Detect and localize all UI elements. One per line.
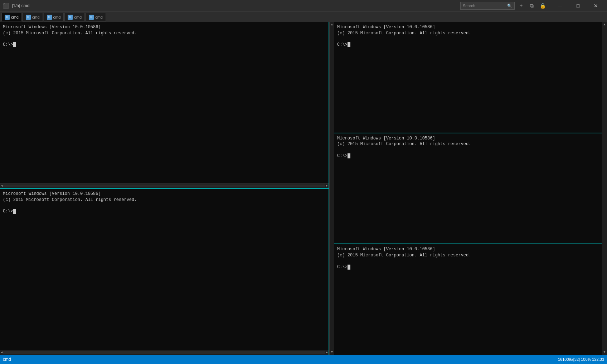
terminal-area: Microsoft Windows [Version 10.0.10586] (… [0, 22, 607, 355]
scroll-right-arrow[interactable]: ▶ [326, 184, 328, 188]
tab-icon-5: C [89, 15, 94, 20]
top-right-upper-line1: Microsoft Windows [Version 10.0.10586] [337, 24, 599, 30]
top-right-upper-blank [337, 36, 599, 43]
pane-bottom-right[interactable]: Microsoft Windows [Version 10.0.10586] (… [334, 244, 602, 355]
bottom-left-line1: Microsoft Windows [Version 10.0.10586] [3, 191, 326, 197]
tab-icon-3: C [47, 15, 52, 20]
bottom-left-prompt: C:\> [3, 209, 326, 214]
right-vertical-scrollbar[interactable]: ▲ ▼ [602, 22, 607, 355]
scroll-left-arrow[interactable]: ◀ [1, 184, 3, 188]
status-left-text: cmd [3, 357, 11, 362]
bottom-left-prompt-text: C:\> [3, 209, 13, 214]
bottom-right-line2: (c) 2015 Microsoft Corporation. All righ… [337, 252, 599, 259]
new-tab-button[interactable]: ＋ [516, 1, 526, 11]
scroll-left-bot-track [3, 351, 325, 354]
minimize-button[interactable]: ─ [552, 0, 568, 11]
search-icon: 🔍 [507, 4, 512, 8]
scroll-down-arrow-left[interactable]: ▼ [331, 350, 333, 354]
tab-4[interactable]: C cmd [64, 13, 85, 21]
cursor-top-left [13, 42, 16, 47]
scroll-up-arrow-left[interactable]: ▲ [331, 23, 333, 26]
top-right-lower-prompt: C:\> [337, 153, 599, 158]
close-button[interactable]: ✕ [588, 0, 604, 11]
scroll-right-bot-arrow[interactable]: ▶ [326, 350, 328, 354]
scroll-left-track [3, 185, 325, 187]
pane-bottom-left[interactable]: Microsoft Windows [Version 10.0.10586] (… [0, 188, 329, 350]
tab-icon-2: C [26, 15, 31, 20]
scroll-down-arrow-right[interactable]: ▼ [603, 350, 605, 354]
scroll-left-bot-arrow[interactable]: ◀ [1, 350, 3, 354]
left-bottom-scrollbar-h[interactable]: ◀ ▶ [0, 350, 329, 355]
tab-label-4: cmd [74, 15, 82, 19]
bottom-right-prompt: C:\> [337, 265, 599, 270]
top-right-lower-blank [337, 147, 599, 153]
search-box: 🔍 [460, 2, 515, 10]
left-pane-wrapper: Microsoft Windows [Version 10.0.10586] (… [0, 22, 329, 355]
top-left-prompt: C:\> [3, 42, 326, 47]
pane-top-left[interactable]: Microsoft Windows [Version 10.0.10586] (… [0, 22, 329, 183]
tab-5[interactable]: C cmd [86, 13, 106, 21]
search-input[interactable] [463, 4, 506, 8]
left-top-scrollbar-h[interactable]: ◀ ▶ [0, 183, 329, 188]
top-left-line2: (c) 2015 Microsoft Corporation. All righ… [3, 30, 326, 36]
tab-bar: C cmd C cmd C cmd C cmd C cmd [0, 11, 607, 22]
bottom-right-line1: Microsoft Windows [Version 10.0.10586] [337, 246, 599, 252]
top-left-line1: Microsoft Windows [Version 10.0.10586] [3, 24, 326, 30]
top-right-lower-line2: (c) 2015 Microsoft Corporation. All righ… [337, 141, 599, 147]
tab-label-5: cmd [95, 15, 103, 19]
lock-button[interactable]: 🔒 [538, 1, 548, 11]
left-vertical-scrollbar[interactable]: ▲ ▼ [329, 22, 334, 355]
cursor-top-right-upper [348, 42, 350, 47]
pane-top-right-upper[interactable]: Microsoft Windows [Version 10.0.10586] (… [334, 22, 602, 133]
cursor-bottom-left [13, 209, 16, 214]
tab-label-3: cmd [53, 15, 61, 19]
top-right-lower-line1: Microsoft Windows [Version 10.0.10586] [337, 136, 599, 142]
scroll-up-arrow-right[interactable]: ▲ [603, 23, 605, 26]
bottom-left-line2: (c) 2015 Microsoft Corporation. All righ… [3, 197, 326, 203]
cursor-bottom-right [348, 265, 350, 270]
status-right-text: 161009a[32] 100% 122:33 [558, 357, 604, 361]
right-content: Microsoft Windows [Version 10.0.10586] (… [334, 22, 607, 355]
title-bar: ⬛ [1/5] cmd 🔍 ＋ ⧉ 🔒 ─ □ ✕ [0, 0, 607, 11]
tab-2[interactable]: C cmd [23, 13, 43, 21]
top-left-prompt-text: C:\> [3, 42, 13, 47]
tab-icon-4: C [68, 15, 73, 20]
cursor-top-right-lower [348, 153, 350, 158]
top-right-lower-prompt-text: C:\> [337, 153, 348, 158]
tab-3[interactable]: C cmd [44, 13, 64, 21]
maximize-button[interactable]: □ [570, 0, 586, 11]
top-left-blank [3, 36, 326, 43]
tab-1[interactable]: C cmd [1, 13, 22, 21]
status-bar: cmd 161009a[32] 100% 122:33 [0, 355, 607, 364]
tab-icon-1: C [5, 15, 10, 20]
pane-top-right-lower[interactable]: Microsoft Windows [Version 10.0.10586] (… [334, 133, 602, 244]
top-right-upper-prompt: C:\> [337, 42, 599, 47]
toolbar-icons: ＋ ⧉ 🔒 [516, 1, 548, 11]
split-button[interactable]: ⧉ [527, 1, 537, 11]
window-icon: ⬛ [3, 3, 9, 9]
top-right-upper-prompt-text: C:\> [337, 42, 348, 47]
bottom-right-blank [337, 259, 599, 265]
top-right-upper-line2: (c) 2015 Microsoft Corporation. All righ… [337, 30, 599, 36]
tab-label-1: cmd [11, 15, 19, 19]
tab-label-2: cmd [32, 15, 40, 19]
window-title: [1/5] cmd [12, 3, 459, 8]
bottom-left-blank [3, 203, 326, 209]
bottom-right-prompt-text: C:\> [337, 265, 348, 270]
right-panels: Microsoft Windows [Version 10.0.10586] (… [334, 22, 602, 355]
